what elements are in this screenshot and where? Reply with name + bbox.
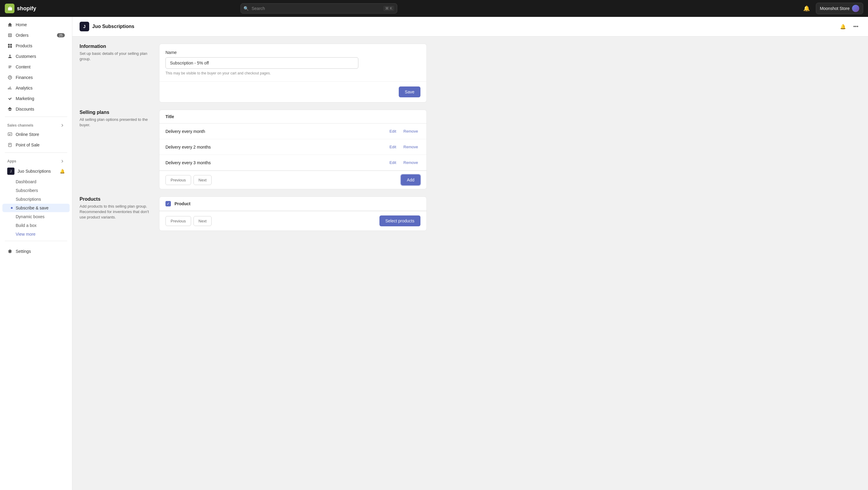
products-label: Products Add products to this selling pl… [80, 196, 152, 231]
plan-2-actions: Edit Remove [387, 144, 421, 150]
selling-plans-card: Title Delivery every month Edit Remove D… [159, 110, 427, 189]
store-name: Moonshot Store [820, 6, 849, 11]
plan-2-edit-btn[interactable]: Edit [387, 144, 398, 150]
products-pagination-row: Previous Next Select products [159, 211, 427, 231]
discounts-icon [7, 106, 13, 112]
sidebar-subitem-subscribers[interactable]: Subscribers [2, 186, 70, 195]
sidebar-item-pos[interactable]: Point of Sale [2, 140, 70, 150]
sidebar-subitem-subscriptions[interactable]: Subscriptions [2, 195, 70, 204]
sidebar-item-orders[interactable]: Orders 25 [2, 30, 70, 40]
sidebar-item-customers[interactable]: Customers [2, 51, 70, 61]
orders-icon [7, 33, 13, 38]
main-layout: Home Orders 25 Products Customers [0, 17, 868, 490]
more-options-btn[interactable]: ••• [851, 23, 861, 30]
name-field-label: Name [165, 50, 421, 55]
plans-pagination-row: Previous Next Add [159, 171, 427, 189]
selling-plans-desc: All selling plan options presented to th… [80, 117, 152, 128]
sidebar-item-marketing[interactable]: Marketing [2, 93, 70, 104]
svg-rect-1 [10, 44, 12, 46]
select-products-button[interactable]: Select products [379, 215, 421, 226]
information-desc: Set up basic details of your selling pla… [80, 51, 152, 62]
info-card-footer: Save [159, 81, 427, 102]
sidebar-subitem-subscribe-save[interactable]: Subscribe & save [2, 204, 70, 212]
plans-next-button[interactable]: Next [193, 175, 212, 185]
selling-plans-title: Selling plans [80, 110, 152, 115]
name-field-hint: This may be visible to the buyer on your… [165, 71, 421, 75]
marketing-icon [7, 96, 13, 101]
online-store-icon [7, 132, 13, 137]
app-title: Juo Subscriptions [92, 24, 134, 29]
sidebar-subitem-dashboard[interactable]: Dashboard [2, 178, 70, 186]
top-nav-right: 🔔 Moonshot Store [801, 3, 863, 14]
sidebar-item-online-store[interactable]: Online Store [2, 129, 70, 140]
orders-badge: 25 [57, 33, 65, 37]
sidebar-subitem-build-a-box[interactable]: Build a box [2, 221, 70, 229]
information-title: Information [80, 44, 152, 49]
plans-add-button[interactable]: Add [401, 175, 421, 185]
products-next-button[interactable]: Next [193, 216, 212, 226]
settings-label: Settings [16, 249, 31, 254]
products-card: ✓ Product Previous Next Select products [159, 196, 427, 231]
products-checkbox[interactable]: ✓ [165, 201, 171, 207]
view-more-link[interactable]: View more [2, 230, 70, 238]
information-label: Information Set up basic details of your… [80, 44, 152, 102]
table-row: Delivery every 2 months Edit Remove [159, 139, 427, 155]
sidebar-label-discounts: Discounts [16, 107, 34, 112]
plan-2-remove-btn[interactable]: Remove [401, 144, 421, 150]
search-icon: 🔍 [244, 6, 249, 11]
sidebar-label-orders: Orders [16, 33, 29, 38]
analytics-icon [7, 85, 13, 91]
sidebar-subitem-dynamic-boxes[interactable]: Dynamic boxes [2, 212, 70, 221]
sidebar-divider-1 [5, 117, 67, 117]
sidebar-label-online-store: Online Store [16, 132, 39, 137]
sidebar-item-settings[interactable]: Settings [2, 246, 70, 256]
store-button[interactable]: Moonshot Store [816, 3, 863, 14]
plan-1-actions: Edit Remove [387, 128, 421, 135]
notifications-button[interactable]: 🔔 [801, 4, 812, 13]
juo-subscriptions-label: Juo Subscriptions [18, 169, 51, 174]
sidebar-label-pos: Point of Sale [16, 143, 39, 147]
search-input[interactable] [241, 3, 397, 13]
apps-label: Apps [7, 159, 16, 163]
name-input[interactable] [165, 57, 358, 69]
app-header: J Juo Subscriptions 🔔 ••• [72, 17, 868, 36]
sidebar-label-finances: Finances [16, 75, 33, 80]
plan-1-edit-btn[interactable]: Edit [387, 128, 398, 135]
sidebar-label-products: Products [16, 43, 32, 48]
notification-icon-btn[interactable]: 🔔 [838, 23, 848, 31]
sidebar-footer: Settings [0, 244, 72, 259]
sidebar-label-customers: Customers [16, 54, 36, 59]
svg-rect-3 [10, 46, 12, 48]
pos-icon [7, 142, 13, 148]
sidebar-item-home[interactable]: Home [2, 20, 70, 30]
sidebar-label-content: Content [16, 64, 30, 69]
shopify-wordmark: shopify [17, 5, 36, 12]
products-prev-button[interactable]: Previous [165, 216, 191, 226]
save-button[interactable]: Save [399, 87, 421, 97]
plans-table-header: Title [159, 110, 427, 124]
products-table-header: ✓ Product [159, 197, 427, 211]
juo-bell-icon: 🔔 [60, 169, 65, 174]
selling-plans-label: Selling plans All selling plan options p… [80, 110, 152, 189]
sidebar-item-discounts[interactable]: Discounts [2, 104, 70, 114]
products-col-title: Product [175, 201, 190, 206]
products-section: Products Add products to this selling pl… [80, 196, 427, 231]
plan-3-remove-btn[interactable]: Remove [401, 159, 421, 166]
sidebar-item-finances[interactable]: Finances [2, 72, 70, 83]
products-title: Products [80, 196, 152, 202]
shopify-logo: shopify [5, 4, 36, 13]
sidebar-item-juo-subscriptions[interactable]: J Juo Subscriptions 🔔 [2, 165, 70, 177]
sidebar-item-content[interactable]: Content [2, 62, 70, 72]
plans-pagination-left: Previous Next [165, 175, 212, 185]
sidebar-divider-3 [5, 241, 67, 241]
sidebar-item-products[interactable]: Products [2, 41, 70, 51]
plan-1-remove-btn[interactable]: Remove [401, 128, 421, 135]
juo-app-icon: J [7, 167, 14, 175]
search-bar: 🔍 ⌘ K [241, 3, 397, 13]
plan-3-edit-btn[interactable]: Edit [387, 159, 398, 166]
sidebar-item-analytics[interactable]: Analytics [2, 83, 70, 93]
content-area: J Juo Subscriptions 🔔 ••• Information Se… [72, 17, 868, 490]
products-desc: Add products to this selling plan group.… [80, 204, 152, 220]
sales-channels-header: Sales channels [2, 119, 70, 129]
plans-prev-button[interactable]: Previous [165, 175, 191, 185]
